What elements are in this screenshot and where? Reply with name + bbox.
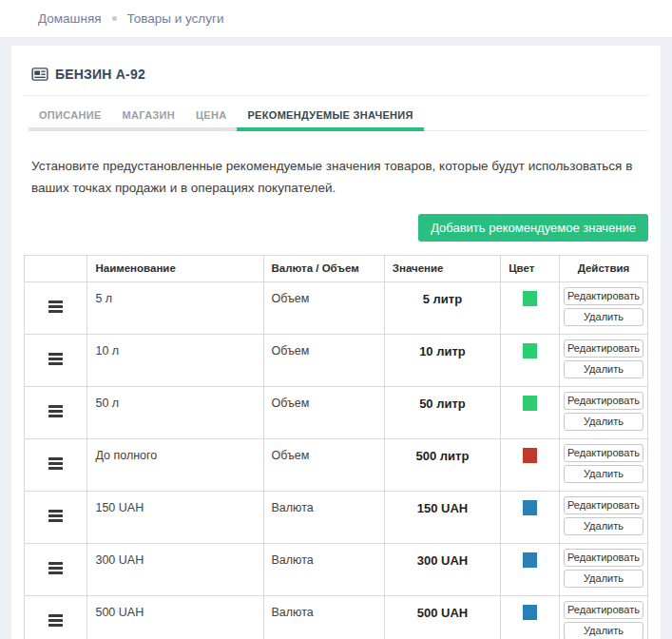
value-cell: 150 UAH xyxy=(384,491,500,543)
name-cell: 5 л xyxy=(87,281,263,334)
edit-button[interactable]: Редактировать xyxy=(564,444,643,462)
drag-handle-icon[interactable] xyxy=(48,351,63,367)
actions-cell: РедактироватьУдалить xyxy=(559,543,647,595)
value-cell: 300 UAH xyxy=(384,543,500,595)
color-cell xyxy=(501,334,560,386)
color-cell xyxy=(501,543,560,595)
recommended-values-table: Наименование Валюта / Объем Значение Цве… xyxy=(24,255,648,639)
page-title: БЕНЗИН А-92 xyxy=(55,67,145,82)
actions-cell: РедактироватьУдалить xyxy=(559,386,647,438)
color-cell xyxy=(501,595,560,639)
edit-button[interactable]: Редактировать xyxy=(564,339,643,358)
value-cell: 10 литр xyxy=(384,334,500,386)
drag-cell xyxy=(25,386,87,438)
drag-handle-icon[interactable] xyxy=(48,612,63,629)
type-cell: Объем xyxy=(263,281,384,334)
drag-handle-icon[interactable] xyxy=(48,508,63,524)
drag-cell xyxy=(25,543,87,595)
color-swatch xyxy=(523,396,537,411)
delete-button[interactable]: Удалить xyxy=(564,465,643,483)
tab-bar-filler xyxy=(424,100,648,131)
delete-button[interactable]: Удалить xyxy=(564,570,643,588)
column-header-actions: Действия xyxy=(559,255,647,281)
name-cell: 10 л xyxy=(87,334,263,386)
type-cell: Объем xyxy=(263,386,384,438)
actions-cell: РедактироватьУдалить xyxy=(559,595,647,639)
table-row: 500 UAHВалюта500 UAHРедактироватьУдалить xyxy=(25,595,648,639)
tab-bar: ОПИСАНИЕ МАГАЗИН ЦЕНА РЕКОМЕНДУЕМЫЕ ЗНАЧ… xyxy=(24,100,648,131)
breadcrumb-products-link[interactable]: Товары и услуги xyxy=(127,11,224,26)
color-cell xyxy=(501,438,560,491)
table-row: 5 лОбъем5 литрРедактироватьУдалить xyxy=(25,281,648,334)
column-header-name: Наименование xyxy=(87,255,263,281)
table-body: 5 лОбъем5 литрРедактироватьУдалить10 лОб… xyxy=(25,281,648,639)
drag-cell xyxy=(25,281,87,334)
actions-cell: РедактироватьУдалить xyxy=(559,438,647,491)
edit-button[interactable]: Редактировать xyxy=(564,392,643,410)
tab-description[interactable]: ОПИСАНИЕ xyxy=(29,100,112,131)
value-cell: 50 литр xyxy=(384,386,500,438)
color-cell xyxy=(501,386,560,438)
value-cell: 5 литр xyxy=(384,281,500,334)
edit-button[interactable]: Редактировать xyxy=(564,287,643,305)
drag-cell xyxy=(25,438,87,491)
delete-button[interactable]: Удалить xyxy=(564,308,643,326)
type-cell: Валюта xyxy=(263,491,384,543)
drag-cell xyxy=(25,334,87,386)
name-cell: 150 UAH xyxy=(87,491,263,543)
color-swatch xyxy=(523,605,537,620)
value-cell: 500 литр xyxy=(384,438,500,491)
column-header-drag xyxy=(25,255,87,281)
name-cell: 50 л xyxy=(87,386,263,438)
color-swatch xyxy=(523,448,537,463)
breadcrumb-separator-icon xyxy=(112,16,117,21)
delete-button[interactable]: Удалить xyxy=(564,517,643,535)
delete-button[interactable]: Удалить xyxy=(564,413,643,431)
drag-handle-icon[interactable] xyxy=(48,560,63,576)
edit-button[interactable]: Редактировать xyxy=(564,496,643,514)
tab-recommended-values[interactable]: РЕКОМЕНДУЕМЫЕ ЗНАЧЕНИЯ xyxy=(237,100,423,131)
color-swatch xyxy=(523,552,537,568)
table-row: 50 лОбъем50 литрРедактироватьУдалить xyxy=(25,386,648,438)
breadcrumb: Домашняя Товары и услуги xyxy=(0,0,672,38)
name-cell: 300 UAH xyxy=(87,543,263,595)
table-row: 10 лОбъем10 литрРедактироватьУдалить xyxy=(25,334,648,386)
tab-shop[interactable]: МАГАЗИН xyxy=(112,100,185,131)
actions-cell: РедактироватьУдалить xyxy=(559,281,647,334)
drag-cell xyxy=(25,595,87,639)
table-header-row: Наименование Валюта / Объем Значение Цве… xyxy=(25,255,648,281)
edit-button[interactable]: Редактировать xyxy=(564,549,643,567)
drag-handle-icon[interactable] xyxy=(48,455,63,472)
tab-price[interactable]: ЦЕНА xyxy=(185,100,237,131)
color-cell xyxy=(501,281,560,334)
name-cell: 500 UAH xyxy=(87,595,263,639)
delete-button[interactable]: Удалить xyxy=(564,360,643,378)
table-row: 300 UAHВалюта300 UAHРедактироватьУдалить xyxy=(25,543,648,595)
type-cell: Объем xyxy=(263,334,384,386)
drag-cell xyxy=(25,491,87,543)
table-row: До полногоОбъем500 литрРедактироватьУдал… xyxy=(25,438,648,491)
actions-cell: РедактироватьУдалить xyxy=(559,491,647,543)
color-cell xyxy=(501,491,560,543)
drag-handle-icon[interactable] xyxy=(48,403,63,419)
column-header-value: Значение xyxy=(384,255,500,281)
color-swatch xyxy=(523,500,537,515)
value-cell: 500 UAH xyxy=(384,595,500,639)
name-cell: До полного xyxy=(87,438,263,491)
column-header-color: Цвет xyxy=(501,255,560,281)
card-header: БЕНЗИН А-92 xyxy=(24,46,648,96)
table-row: 150 UAHВалюта150 UAHРедактироватьУдалить xyxy=(25,491,648,543)
column-header-type: Валюта / Объем xyxy=(263,255,384,281)
add-recommended-value-button[interactable]: Добавить рекомендуемое значение xyxy=(418,214,648,242)
type-cell: Валюта xyxy=(263,595,384,639)
color-swatch xyxy=(523,343,537,358)
breadcrumb-home-link[interactable]: Домашняя xyxy=(38,11,102,26)
product-card-icon xyxy=(31,68,48,81)
type-cell: Объем xyxy=(263,438,384,491)
drag-handle-icon[interactable] xyxy=(48,299,63,315)
edit-button[interactable]: Редактировать xyxy=(564,601,643,619)
product-card: БЕНЗИН А-92 ОПИСАНИЕ МАГАЗИН ЦЕНА РЕКОМЕ… xyxy=(11,46,661,639)
delete-button[interactable]: Удалить xyxy=(564,622,643,639)
color-swatch xyxy=(523,291,537,306)
actions-cell: РедактироватьУдалить xyxy=(559,334,647,386)
